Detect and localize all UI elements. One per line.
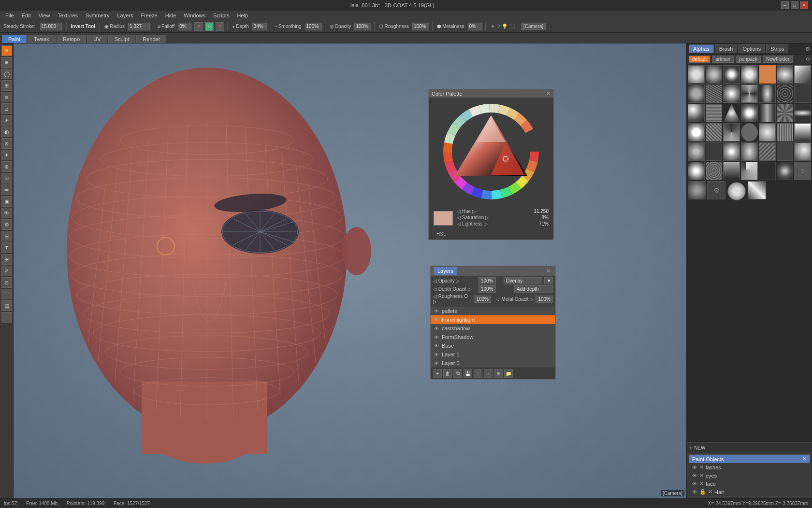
tab-sculpt[interactable]: Sculpt: [108, 35, 136, 43]
alpha-cell-30[interactable]: [706, 142, 723, 161]
alpha-cell-45[interactable]: [727, 182, 746, 200]
po-x-hair[interactable]: ✕: [708, 489, 712, 495]
layer-eye-formshadow[interactable]: 👁: [433, 334, 440, 340]
tab-tweak[interactable]: Tweak: [28, 35, 56, 43]
alpha-cell-42[interactable]: ○: [794, 162, 811, 180]
alpha-cell-20[interactable]: [777, 104, 794, 122]
alpha-cell-14[interactable]: [794, 85, 811, 103]
layer-merge-btn[interactable]: ⊞: [494, 369, 503, 378]
po-hair[interactable]: 👁 🔒 ✕ Hair: [689, 488, 810, 496]
alpha-cell-46[interactable]: [748, 181, 766, 199]
tab-paint[interactable]: Paint: [2, 35, 27, 43]
tab-uv[interactable]: UV: [87, 35, 107, 43]
alpha-cell-8[interactable]: [688, 85, 705, 103]
settings-tool[interactable]: ⚙: [1, 219, 12, 230]
menu-freeze[interactable]: Freeze: [137, 12, 160, 19]
layer-eye-1[interactable]: 👁: [433, 351, 440, 358]
opacity-input[interactable]: [354, 23, 371, 30]
alpha-cell-44[interactable]: ⚙: [707, 181, 725, 199]
po-eye-eyes[interactable]: 👁: [692, 473, 697, 479]
strips-tab[interactable]: Strips: [766, 44, 788, 53]
color-palette-close[interactable]: ✕: [546, 90, 551, 97]
tab-retopo[interactable]: Retopo: [57, 35, 86, 43]
confirm-button[interactable]: ○: [205, 22, 214, 31]
falloff-input[interactable]: [178, 23, 192, 30]
alpha-cell-2[interactable]: [706, 65, 723, 84]
alpha-cell-37[interactable]: [706, 162, 723, 180]
layer-add-btn[interactable]: +: [433, 369, 442, 378]
layer-tool[interactable]: ⊟: [1, 231, 12, 241]
po-x-eyes[interactable]: ✕: [699, 472, 704, 479]
alpha-cell-34[interactable]: [777, 142, 794, 161]
folder-penpack[interactable]: penpack: [736, 56, 761, 63]
alpha-cell-21[interactable]: [794, 104, 811, 122]
cancel-button[interactable]: ✕: [194, 22, 203, 31]
alpha-cell-41[interactable]: [777, 162, 794, 180]
color-palette-title-bar[interactable]: Color Palette ✕: [429, 89, 553, 98]
alpha-cell-4[interactable]: [741, 65, 758, 84]
paint-objects-close[interactable]: ✕: [802, 456, 807, 462]
alpha-cell-40[interactable]: [759, 162, 776, 180]
layers-close[interactable]: ✕: [546, 268, 551, 274]
layer-save-btn[interactable]: 💾: [464, 369, 472, 378]
stamp-tool[interactable]: ⊙: [1, 277, 12, 288]
alpha-grid[interactable]: ○ ⚙: [687, 64, 812, 442]
options-tab[interactable]: Options: [738, 44, 765, 53]
grid-tool[interactable]: ⊞: [1, 254, 12, 265]
folder-newfolder[interactable]: NewFolder: [763, 56, 793, 63]
menu-layers[interactable]: Layers: [114, 12, 136, 19]
alpha-cell-24[interactable]: [723, 123, 740, 141]
menu-edit[interactable]: Edit: [18, 12, 34, 19]
alpha-cell-38[interactable]: [723, 162, 740, 180]
folder-artman[interactable]: artman: [712, 56, 734, 63]
roughness-o-value[interactable]: 100%: [474, 296, 491, 303]
alpha-cell-31[interactable]: [723, 142, 740, 161]
layer-base[interactable]: 👁 Base: [431, 341, 555, 350]
burn-tool[interactable]: ◐: [1, 127, 12, 137]
blur-tool[interactable]: ≋: [1, 92, 12, 102]
alpha-cell-12[interactable]: [759, 85, 776, 103]
alphas-tab[interactable]: Alphas: [689, 44, 714, 53]
po-eyes[interactable]: 👁 ✕ eyes: [689, 471, 810, 480]
curve-tool[interactable]: ⌒: [1, 289, 12, 299]
alpha-cell-32[interactable]: [741, 142, 758, 161]
alpha-cell-26[interactable]: [759, 123, 776, 141]
folder-settings[interactable]: ⚙: [806, 56, 810, 62]
alpha-cell-9[interactable]: [706, 85, 723, 103]
alpha-cell-10[interactable]: [723, 85, 740, 103]
alpha-cell-16[interactable]: [706, 104, 723, 122]
move-tool[interactable]: ⊛: [1, 161, 12, 172]
layer-down-btn[interactable]: ↓: [484, 369, 493, 378]
opacity-value-lyr[interactable]: 100%: [478, 277, 496, 284]
dodge-tool[interactable]: ☀: [1, 115, 12, 126]
alpha-cell-3[interactable]: [723, 65, 740, 84]
layer-0[interactable]: 👁 Layer 0: [431, 359, 555, 367]
close-button[interactable]: ✕: [800, 1, 808, 9]
layer-castshadow[interactable]: 👁 castshadow: [431, 324, 555, 333]
color-swatch[interactable]: [434, 211, 453, 226]
smoothing-input[interactable]: [305, 23, 322, 30]
po-lock-hair[interactable]: 🔒: [699, 489, 706, 495]
pen-tool[interactable]: ✐: [1, 266, 12, 276]
po-eye-hair[interactable]: 👁: [692, 489, 697, 495]
canvas-area[interactable]: [Camera] Color Palette ✕: [14, 43, 686, 498]
layer-pallete[interactable]: 👁 pallete: [431, 307, 555, 315]
layer-copy-btn[interactable]: ⧉: [453, 369, 462, 378]
color-wheel[interactable]: [443, 103, 539, 200]
menu-textures[interactable]: Textures: [54, 12, 81, 19]
clone-tool[interactable]: ⊞: [1, 80, 12, 91]
depth-input[interactable]: [252, 23, 267, 30]
alpha-cell-18[interactable]: [741, 104, 758, 122]
po-x-face[interactable]: ✕: [699, 480, 704, 487]
eraser-tool[interactable]: ⊗: [1, 138, 12, 149]
layer-up-btn[interactable]: ↑: [474, 369, 482, 378]
alpha-new-button[interactable]: + NEW: [687, 442, 812, 452]
menu-help[interactable]: Help: [234, 12, 252, 19]
alpha-cell-13[interactable]: [777, 85, 794, 103]
alpha-cell-27[interactable]: [777, 123, 794, 141]
layer-eye-0[interactable]: 👁: [433, 360, 440, 367]
menu-view[interactable]: View: [35, 12, 54, 19]
maximize-button[interactable]: □: [791, 1, 798, 9]
add-depth-dropdown[interactable]: Add depth: [514, 285, 553, 293]
layer-eye-pallete[interactable]: 👁: [433, 308, 440, 314]
